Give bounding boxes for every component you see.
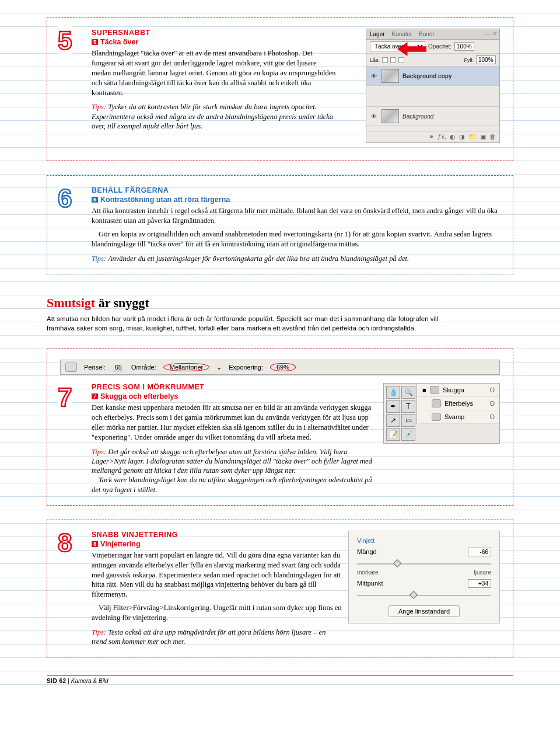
section-smutsigt: Smutsigt är snyggt Att smutsa ner bilden… <box>47 295 513 333</box>
tip-7-content: PRECIS SOM I MÖRKRUMMET 7Skugga och efte… <box>92 383 377 494</box>
vignette-title: Vinjett <box>357 537 491 544</box>
tip-6-body: Att öka kontrasten innebär i regel också… <box>92 206 500 249</box>
midpoint-value[interactable]: +34 <box>468 579 491 588</box>
midpoint-slider[interactable] <box>357 591 491 600</box>
tip-6-content: BEHÅLL FÄRGERNA 6Kontrastökning utan att… <box>92 186 500 263</box>
tip-number-7: 7 <box>58 383 72 412</box>
lock-label: Lås: <box>370 57 380 63</box>
tip-5-body: Blandningsläget "täcka över" är ett av d… <box>92 48 337 97</box>
link-icon[interactable]: ⚭ <box>429 133 434 141</box>
burn-icon <box>432 399 441 407</box>
adj-icon[interactable]: ◑ <box>459 133 465 141</box>
tip-6-subheading: 6Kontrastökning utan att röra färgerna <box>92 196 500 204</box>
tip-7-body: Den kanske mest uppenbara metoden för at… <box>92 403 377 443</box>
shape-tool-icon[interactable]: ▭ <box>401 414 415 427</box>
tips-label: Tips: <box>92 103 106 111</box>
tab-lager[interactable]: Lager <box>370 31 385 37</box>
tab-banor[interactable]: Banor <box>419 31 435 37</box>
lock-position-icon[interactable] <box>390 57 396 63</box>
tip-7-heading: PRECIS SOM I MÖRKRUMMET <box>92 383 377 391</box>
tip-7-tips: Tips: Det går också att skugga och efter… <box>92 447 377 494</box>
visibility-icon[interactable]: 👁 <box>370 113 378 120</box>
layers-panel-tabs: Lager Kanaler Banor — ✕ <box>366 29 499 40</box>
range-select-circled[interactable]: Mellantoner <box>163 363 209 371</box>
tips-label: Tips: <box>92 448 106 456</box>
layer-name: Background copy <box>402 73 452 79</box>
section-heading: Smutsigt är snyggt <box>47 295 513 311</box>
tip-5-tips: Tips: Tycker du att kontrasten blir för … <box>92 102 337 131</box>
tab-kanaler[interactable]: Kanaler <box>392 31 412 37</box>
dodge-tool-icon[interactable]: 🔍 <box>401 386 415 399</box>
midpoint-row: Mittpunkt +34 <box>357 579 491 588</box>
blend-row: Täcka över Opacitet: <box>366 40 499 54</box>
panel-gap <box>366 126 499 131</box>
blur-tool-icon[interactable]: 💧 <box>386 386 400 399</box>
lock-all-icon[interactable] <box>398 57 404 63</box>
visibility-icon[interactable]: 👁 <box>370 73 378 79</box>
trash-icon[interactable]: 🗑 <box>489 133 496 141</box>
sub-number-box: 7 <box>92 393 98 399</box>
menu-svamp[interactable]: SvampO <box>418 410 499 424</box>
dodge-icon <box>430 386 439 394</box>
tool-preset-icon[interactable] <box>65 363 77 372</box>
sub-number-box: 8 <box>92 541 98 547</box>
tip-6-box: 6 BEHÅLL FÄRGERNA 6Kontrastökning utan a… <box>47 175 513 274</box>
new-layer-icon[interactable]: ▣ <box>480 133 486 141</box>
eyedropper-tool-icon[interactable]: 💉 <box>401 428 415 441</box>
layers-panel: Lager Kanaler Banor — ✕ Täcka över Opaci… <box>366 29 500 143</box>
layer-name: Background <box>402 113 433 120</box>
dot-icon: ■ <box>422 386 426 393</box>
tip-8-box: Vinjett Mängd -66 mörkareljusare Mittpun… <box>47 520 513 658</box>
tools-palette: 💧🔍 ✒T ↗▭ 📝💉 ■SkuggaO EfterbelysO SvampO <box>383 383 500 444</box>
menu-skugga[interactable]: ■SkuggaO <box>418 384 499 397</box>
lock-row: Lås: Fyll: <box>366 54 499 67</box>
exposure-input-circled[interactable]: 69% <box>270 363 296 371</box>
amount-label: Mängd <box>357 548 377 555</box>
layer-item-background[interactable]: 👁 Background <box>366 107 499 126</box>
sponge-icon <box>432 413 441 421</box>
layer-item-background-copy[interactable]: 👁 Background copy <box>366 67 499 86</box>
tip-7-subheading: 7Skugga och efterbelys <box>92 392 377 400</box>
page-number: SID 62 <box>47 678 66 684</box>
pen-tool-icon[interactable]: ✒ <box>386 400 400 413</box>
tip-8-subheading: 8Vinjettering <box>92 540 348 548</box>
opacity-input[interactable] <box>454 42 474 51</box>
fx-icon[interactable]: ƒx. <box>438 133 446 141</box>
tip-5-subheading: 5Täcka över <box>92 38 337 46</box>
path-tool-icon[interactable]: ↗ <box>386 414 400 427</box>
amount-value[interactable]: -66 <box>468 548 491 556</box>
sub-number-box: 6 <box>92 197 98 203</box>
tip-5-box: Lager Kanaler Banor — ✕ Täcka över Opaci… <box>47 18 513 161</box>
midpoint-label: Mittpunkt <box>357 580 383 587</box>
page-content: Lager Kanaler Banor — ✕ Täcka över Opaci… <box>0 0 560 696</box>
magazine-name: Kamera & Bild <box>71 678 108 684</box>
lens-default-button[interactable]: Ange linsstandard <box>388 605 460 617</box>
slider-labels: mörkareljusare <box>357 569 491 576</box>
page-footer: SID 62 | Kamera & Bild <box>47 675 513 684</box>
opacity-label: Opacitet: <box>428 43 452 50</box>
mask-icon[interactable]: ◐ <box>450 133 456 141</box>
layer-thumbnail <box>382 69 399 83</box>
brush-label: Pensel: <box>84 364 106 371</box>
sub-number-box: 5 <box>92 39 98 45</box>
options-bar: Pensel: 65 Område: Mellantoner ⌄ Exponer… <box>60 360 500 375</box>
amount-slider[interactable] <box>357 560 491 568</box>
lock-pixels-icon[interactable] <box>382 57 388 63</box>
tips-label: Tips: <box>92 255 106 263</box>
type-tool-icon[interactable]: T <box>401 400 415 413</box>
tips-label: Tips: <box>92 628 106 636</box>
tip-number-6: 6 <box>58 184 72 213</box>
notes-tool-icon[interactable]: 📝 <box>386 428 400 441</box>
menu-efterbelys[interactable]: EfterbelysO <box>418 397 499 410</box>
chevron-down-icon[interactable]: ⌄ <box>216 364 222 371</box>
tip-7-box: Pensel: 65 Område: Mellantoner ⌄ Exponer… <box>47 349 513 506</box>
section-intro: Att smutsa ner bilden har varit på modet… <box>47 314 455 333</box>
layer-spacer <box>366 86 499 107</box>
fill-input[interactable] <box>476 55 496 64</box>
panel-window-buttons[interactable]: — ✕ <box>485 30 497 37</box>
layers-footer: ⚭ ƒx. ◐ ◑ 📁 ▣ 🗑 <box>366 131 499 142</box>
tip-8-content: SNABB VINJETTERING 8Vinjettering Vinjett… <box>92 531 348 647</box>
tip-number-5: 5 <box>58 26 72 55</box>
folder-icon[interactable]: 📁 <box>468 133 477 141</box>
range-label: Område: <box>131 364 156 371</box>
